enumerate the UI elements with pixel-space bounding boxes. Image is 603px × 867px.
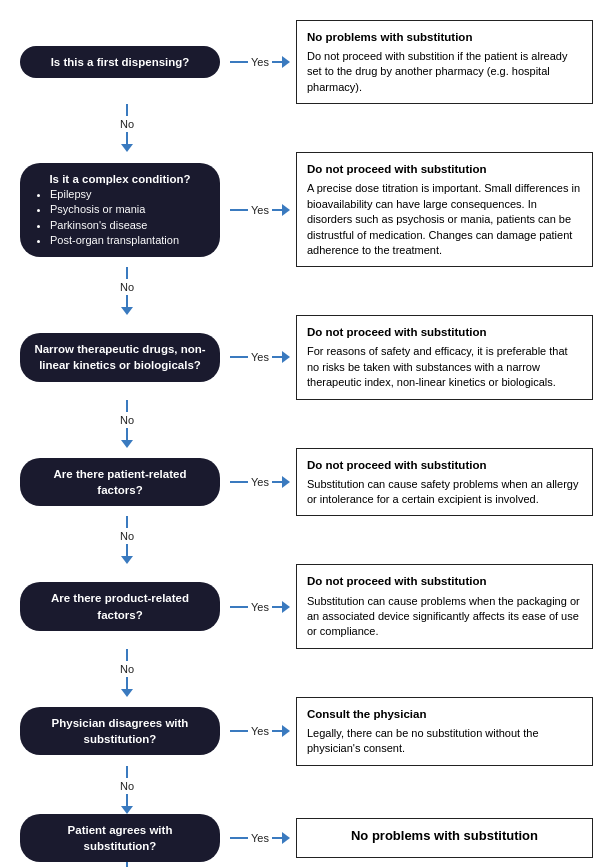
result-title-2: Do not proceed with substitution bbox=[307, 161, 582, 177]
yes-label-6: Yes bbox=[251, 725, 269, 737]
yes-arrowhead-4 bbox=[282, 476, 290, 488]
yes-arrow-line-2 bbox=[230, 209, 248, 211]
result-body-6: Legally, there can be no substitution wi… bbox=[307, 726, 582, 757]
yes-label-2: Yes bbox=[251, 204, 269, 216]
result-body-1: Do not proceed with substition if the pa… bbox=[307, 49, 582, 95]
no-arrow-down-5: No bbox=[120, 649, 134, 697]
question-box-1: Is this a first dispensing? bbox=[20, 46, 220, 78]
result-title-6: Consult the physician bbox=[307, 706, 582, 722]
yes-arrowhead-6 bbox=[282, 725, 290, 737]
yes-arrowhead-7 bbox=[282, 832, 290, 844]
yes-arrow-line-3 bbox=[230, 356, 248, 358]
result-title-1: No problems with substitution bbox=[307, 29, 582, 45]
yes-arrow-line-6 bbox=[230, 730, 248, 732]
result-body-3: For reasons of safety and efficacy, it i… bbox=[307, 344, 582, 390]
yes-arrow-line-5 bbox=[230, 606, 248, 608]
yes-arrow-line-7b bbox=[272, 837, 282, 839]
result-box-6: Consult the physician Legally, there can… bbox=[296, 697, 593, 766]
result-body-2: A precise dose titration is important. S… bbox=[307, 181, 582, 258]
result-title-7: No problems with substitution bbox=[307, 827, 582, 845]
result-box-7: No problems with substitution bbox=[296, 818, 593, 858]
result-box-4: Do not proceed with substitution Substit… bbox=[296, 448, 593, 517]
yes-arrowhead-1 bbox=[282, 56, 290, 68]
no-arrow-down-6: No bbox=[120, 766, 134, 814]
question-box-5: Are there product-related factors? bbox=[20, 582, 220, 630]
result-box-3: Do not proceed with substitution For rea… bbox=[296, 315, 593, 399]
question-box-7: Patient agrees with substitution? bbox=[20, 814, 220, 862]
yes-arrow-line-1b bbox=[272, 61, 282, 63]
question-box-2: Is it a complex condition? Epilepsy Psyc… bbox=[20, 163, 220, 257]
yes-arrow-line-6b bbox=[272, 730, 282, 732]
yes-arrow-line-3b bbox=[272, 356, 282, 358]
yes-label-3: Yes bbox=[251, 351, 269, 363]
yes-arrow-line-7 bbox=[230, 837, 248, 839]
question-box-4: Are there patient-related factors? bbox=[20, 458, 220, 506]
result-body-4: Substitution can cause safety problems w… bbox=[307, 477, 582, 508]
yes-label-4: Yes bbox=[251, 476, 269, 488]
no-arrow-down-7: No bbox=[120, 862, 134, 867]
flowchart: Is this a first dispensing? Yes No probl… bbox=[10, 10, 593, 867]
yes-arrow-line-1 bbox=[230, 61, 248, 63]
yes-label-5: Yes bbox=[251, 601, 269, 613]
yes-arrow-line-2b bbox=[272, 209, 282, 211]
result-box-1: No problems with substitution Do not pro… bbox=[296, 20, 593, 104]
result-title-4: Do not proceed with substitution bbox=[307, 457, 582, 473]
yes-arrowhead-3 bbox=[282, 351, 290, 363]
yes-label-7: Yes bbox=[251, 832, 269, 844]
result-body-5: Substitution can cause problems when the… bbox=[307, 594, 582, 640]
no-arrow-down-1: No bbox=[120, 104, 134, 152]
no-arrow-down-4: No bbox=[120, 516, 134, 564]
result-title-5: Do not proceed with substitution bbox=[307, 573, 582, 589]
result-box-2: Do not proceed with substitution A preci… bbox=[296, 152, 593, 267]
question-box-6: Physician disagrees with substitution? bbox=[20, 707, 220, 755]
yes-arrow-line-4b bbox=[272, 481, 282, 483]
result-title-3: Do not proceed with substitution bbox=[307, 324, 582, 340]
yes-arrowhead-2 bbox=[282, 204, 290, 216]
question-box-3: Narrow therapeutic drugs, non-linear kin… bbox=[20, 333, 220, 381]
no-arrow-down-2: No bbox=[120, 267, 134, 315]
yes-arrow-line-5b bbox=[272, 606, 282, 608]
result-box-5: Do not proceed with substitution Substit… bbox=[296, 564, 593, 648]
yes-arrow-line-4 bbox=[230, 481, 248, 483]
complex-condition-list: Epilepsy Psychosis or mania Parkinson's … bbox=[50, 187, 206, 249]
yes-arrowhead-5 bbox=[282, 601, 290, 613]
no-arrow-down-3: No bbox=[120, 400, 134, 448]
yes-label-1: Yes bbox=[251, 56, 269, 68]
